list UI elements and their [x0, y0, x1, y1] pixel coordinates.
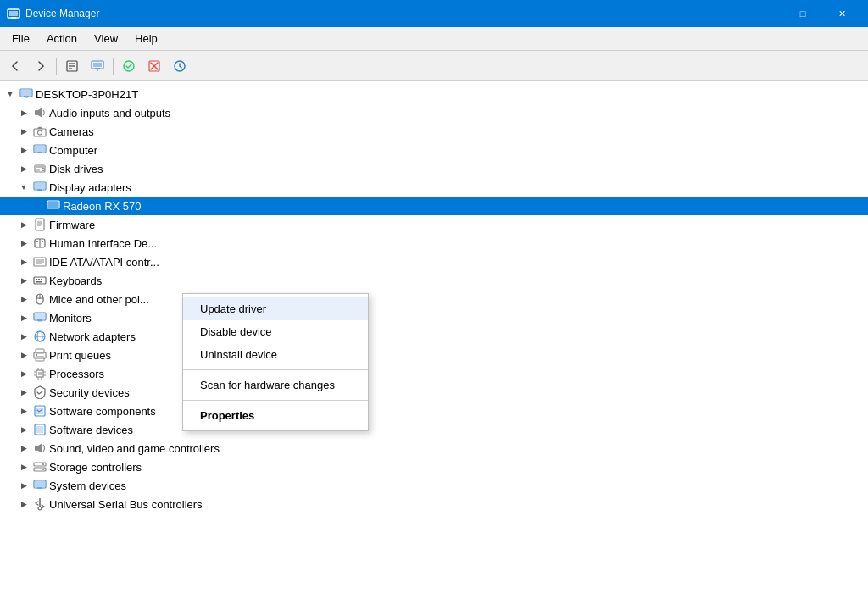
tree-item-network[interactable]: ▶ Network adapters	[0, 327, 868, 346]
toolbar	[0, 51, 868, 81]
close-button[interactable]: ✕	[822, 0, 861, 27]
tree-item-monitors[interactable]: ▶ Monitors	[0, 308, 868, 327]
display-label: Display adapters	[49, 181, 131, 194]
tree-item-keyboards[interactable]: ▶ Keyboards	[0, 271, 868, 290]
menu-view[interactable]: View	[86, 29, 126, 48]
tree-item-softwarecomp[interactable]: ▶ Software components	[0, 402, 868, 420]
cameras-expand-icon[interactable]: ▶	[17, 125, 31, 138]
tree-item-firmware[interactable]: ▶ Firmware	[0, 215, 868, 234]
ide-expand-icon[interactable]: ▶	[17, 255, 31, 269]
usb-expand-icon[interactable]: ▶	[17, 497, 31, 511]
disk-label: Disk drives	[49, 163, 103, 175]
svg-rect-58	[38, 320, 42, 322]
svg-rect-49	[36, 279, 37, 280]
tree-item-mice[interactable]: ▶ Mice and other poi...	[0, 290, 868, 308]
processors-label: Processors	[49, 368, 104, 380]
sound-icon	[33, 441, 47, 455]
maximize-button[interactable]: □	[783, 0, 822, 27]
disk-icon	[33, 162, 47, 175]
tree-item-print[interactable]: ▶ Print queues	[0, 346, 868, 364]
tree-item-ide[interactable]: ▶ IDE ATA/ATAPI contr...	[0, 252, 868, 271]
network-icon	[33, 330, 47, 343]
svg-point-83	[42, 463, 44, 465]
toolbar-forward-btn[interactable]	[29, 54, 53, 78]
sound-expand-icon[interactable]: ▶	[17, 441, 31, 455]
menu-help[interactable]: Help	[126, 29, 166, 48]
computer-expand-icon[interactable]: ▶	[17, 143, 31, 157]
disk-expand-icon[interactable]: ▶	[17, 162, 31, 175]
toolbar-properties-btn[interactable]	[60, 54, 84, 78]
context-menu-sep-1	[183, 369, 368, 370]
toolbar-back-btn[interactable]	[3, 54, 27, 78]
storage-label: Storage controllers	[49, 461, 142, 474]
usb-icon	[33, 497, 47, 511]
security-expand-icon[interactable]: ▶	[17, 385, 31, 399]
softwaredev-expand-icon[interactable]: ▶	[17, 423, 31, 436]
softwarecomp-expand-icon[interactable]: ▶	[17, 404, 31, 418]
minimize-button[interactable]: ─	[744, 0, 783, 27]
root-expand-icon[interactable]: ▼	[3, 87, 17, 101]
storage-expand-icon[interactable]: ▶	[17, 460, 31, 474]
monitors-expand-icon[interactable]: ▶	[17, 311, 31, 324]
keyboards-expand-icon[interactable]: ▶	[17, 274, 31, 287]
tree-item-system[interactable]: ▶ System devices	[0, 476, 868, 495]
mice-label: Mice and other poi...	[49, 293, 149, 306]
svg-rect-31	[35, 183, 45, 189]
toolbar-update-btn[interactable]	[168, 54, 192, 78]
main-content: ▼ DESKTOP-3P0H21T ▶ Audio	[0, 81, 868, 599]
tree-item-usb[interactable]: ▶ Universal Serial Bus controllers	[0, 495, 868, 513]
tree-item-hid[interactable]: ▶ Human Interface De...	[0, 234, 868, 252]
tree-item-processors[interactable]: ▶ Processors	[0, 364, 868, 383]
network-label: Network adapters	[49, 330, 136, 343]
sound-label: Sound, video and game controllers	[49, 442, 220, 455]
app-icon	[7, 7, 20, 20]
firmware-expand-icon[interactable]: ▶	[17, 218, 31, 231]
network-expand-icon[interactable]: ▶	[17, 330, 31, 343]
tree-root[interactable]: ▼ DESKTOP-3P0H21T	[0, 85, 868, 103]
svg-rect-65	[36, 354, 37, 356]
toolbar-computer-btn[interactable]	[86, 54, 109, 78]
cameras-icon	[33, 125, 47, 138]
tree-item-storage[interactable]: ▶ Storage controllers	[0, 458, 868, 476]
context-menu-properties[interactable]: Properties	[183, 404, 368, 427]
mice-expand-icon[interactable]: ▶	[17, 292, 31, 306]
menu-action[interactable]: Action	[38, 29, 86, 48]
tree-item-computer[interactable]: ▶ Computer	[0, 141, 868, 159]
svg-point-42	[36, 241, 38, 242]
radeon-icon	[47, 199, 60, 213]
tree-item-audio[interactable]: ▶ Audio inputs and outputs	[0, 103, 868, 122]
computer-icon	[33, 143, 47, 157]
svg-rect-50	[38, 279, 40, 280]
softwarecomp-icon	[33, 404, 47, 418]
softwaredev-icon	[33, 423, 47, 436]
svg-rect-86	[35, 481, 45, 487]
audio-expand-icon[interactable]: ▶	[17, 106, 31, 119]
display-expand-icon[interactable]: ▼	[17, 180, 31, 194]
print-icon	[33, 348, 47, 362]
context-menu-update-driver[interactable]: Update driver	[183, 297, 368, 320]
tree-item-cameras[interactable]: ▶ Cameras	[0, 122, 868, 141]
context-menu-disable-device[interactable]: Disable device	[183, 320, 368, 343]
svg-rect-8	[93, 63, 102, 67]
tree-item-radeon[interactable]: ▶ Radeon RX 570	[0, 197, 868, 215]
toolbar-remove-btn[interactable]	[142, 54, 166, 78]
tree-item-security[interactable]: ▶ Security devices	[0, 383, 868, 402]
disable-device-label: Disable device	[200, 325, 272, 338]
context-menu-uninstall-device[interactable]: Uninstall device	[183, 343, 368, 366]
tree-item-disk[interactable]: ▶ Disk drives	[0, 159, 868, 178]
update-driver-label: Update driver	[200, 302, 266, 315]
tree-item-display[interactable]: ▼ Display adapters	[0, 178, 868, 197]
toolbar-scan-btn[interactable]	[117, 54, 141, 78]
hid-expand-icon[interactable]: ▶	[17, 236, 31, 250]
radeon-label: Radeon RX 570	[63, 200, 142, 213]
print-expand-icon[interactable]: ▶	[17, 348, 31, 362]
menu-bar: File Action View Help	[0, 27, 868, 51]
svg-rect-80	[35, 446, 38, 451]
tree-item-softwaredev[interactable]: ▶ Software devices	[0, 420, 868, 439]
menu-file[interactable]: File	[3, 29, 38, 48]
system-expand-icon[interactable]: ▶	[17, 479, 31, 492]
processors-expand-icon[interactable]: ▶	[17, 367, 31, 380]
tree-item-sound[interactable]: ▶ Sound, video and game controllers	[0, 439, 868, 458]
svg-point-28	[42, 169, 45, 171]
context-menu-scan-hardware[interactable]: Scan for hardware changes	[183, 374, 368, 397]
